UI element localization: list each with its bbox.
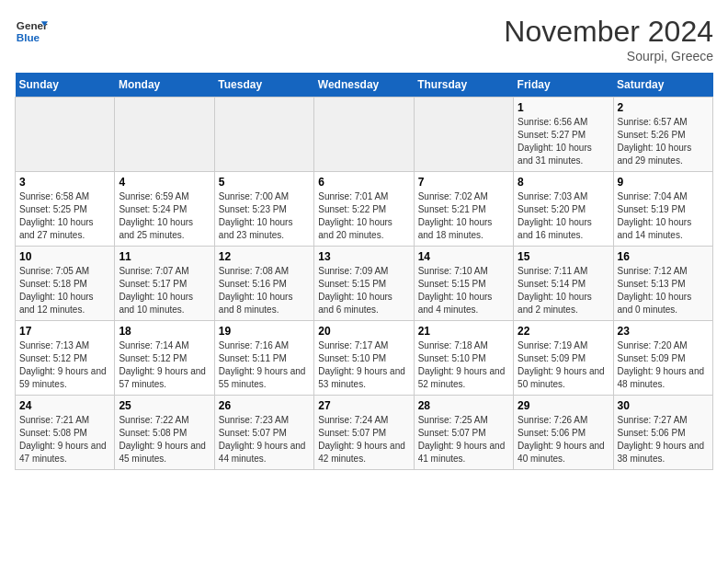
day-number: 9 — [618, 176, 709, 189]
weekday-header-saturday: Saturday — [613, 73, 712, 98]
weekday-header-monday: Monday — [115, 73, 214, 98]
calendar-day-cell: 19Sunrise: 7:16 AM Sunset: 5:11 PM Dayli… — [214, 321, 313, 396]
calendar-day-cell: 22Sunrise: 7:19 AM Sunset: 5:09 PM Dayli… — [514, 321, 613, 396]
calendar-week-row: 17Sunrise: 7:13 AM Sunset: 5:12 PM Dayli… — [16, 321, 713, 396]
day-number: 12 — [219, 250, 310, 263]
day-number: 27 — [318, 399, 409, 412]
calendar-day-cell: 2Sunrise: 6:57 AM Sunset: 5:26 PM Daylig… — [613, 98, 712, 172]
calendar-day-cell: 27Sunrise: 7:24 AM Sunset: 5:07 PM Dayli… — [314, 396, 414, 470]
day-info: Sunrise: 7:01 AM Sunset: 5:22 PM Dayligh… — [318, 190, 409, 242]
calendar-day-cell: 23Sunrise: 7:20 AM Sunset: 5:09 PM Dayli… — [613, 321, 712, 396]
calendar-day-cell — [414, 98, 513, 172]
day-info: Sunrise: 7:09 AM Sunset: 5:15 PM Dayligh… — [318, 265, 409, 316]
calendar-day-cell — [214, 98, 313, 172]
day-info: Sunrise: 7:11 AM Sunset: 5:14 PM Dayligh… — [518, 265, 609, 316]
day-info: Sunrise: 7:12 AM Sunset: 5:13 PM Dayligh… — [618, 265, 709, 316]
weekday-header-row: SundayMondayTuesdayWednesdayThursdayFrid… — [16, 73, 713, 98]
day-number: 1 — [518, 101, 609, 114]
calendar-day-cell: 5Sunrise: 7:00 AM Sunset: 5:23 PM Daylig… — [214, 172, 313, 247]
calendar-day-cell: 29Sunrise: 7:26 AM Sunset: 5:06 PM Dayli… — [514, 396, 613, 470]
day-info: Sunrise: 7:16 AM Sunset: 5:11 PM Dayligh… — [219, 339, 310, 391]
day-number: 23 — [618, 325, 709, 338]
logo-icon: General Blue — [15, 15, 48, 48]
day-number: 5 — [219, 176, 310, 189]
calendar-day-cell: 8Sunrise: 7:03 AM Sunset: 5:20 PM Daylig… — [514, 172, 613, 247]
day-info: Sunrise: 7:27 AM Sunset: 5:06 PM Dayligh… — [618, 414, 709, 465]
day-info: Sunrise: 7:04 AM Sunset: 5:19 PM Dayligh… — [618, 190, 709, 242]
weekday-header-tuesday: Tuesday — [214, 73, 313, 98]
day-number: 17 — [19, 325, 110, 338]
day-info: Sunrise: 6:56 AM Sunset: 5:27 PM Dayligh… — [518, 116, 609, 167]
calendar-day-cell — [16, 98, 115, 172]
calendar-day-cell: 4Sunrise: 6:59 AM Sunset: 5:24 PM Daylig… — [115, 172, 214, 247]
day-info: Sunrise: 6:58 AM Sunset: 5:25 PM Dayligh… — [19, 190, 110, 242]
day-info: Sunrise: 7:13 AM Sunset: 5:12 PM Dayligh… — [19, 339, 110, 391]
calendar-day-cell: 18Sunrise: 7:14 AM Sunset: 5:12 PM Dayli… — [115, 321, 214, 396]
day-info: Sunrise: 7:14 AM Sunset: 5:12 PM Dayligh… — [119, 339, 210, 391]
day-number: 19 — [219, 325, 310, 338]
calendar-week-row: 10Sunrise: 7:05 AM Sunset: 5:18 PM Dayli… — [16, 247, 713, 321]
day-info: Sunrise: 7:25 AM Sunset: 5:07 PM Dayligh… — [418, 414, 509, 465]
calendar-day-cell: 15Sunrise: 7:11 AM Sunset: 5:14 PM Dayli… — [514, 247, 613, 321]
logo: General Blue — [15, 15, 48, 48]
day-number: 11 — [119, 250, 210, 263]
day-number: 28 — [418, 399, 509, 412]
day-info: Sunrise: 7:18 AM Sunset: 5:10 PM Dayligh… — [418, 339, 509, 391]
calendar-day-cell: 16Sunrise: 7:12 AM Sunset: 5:13 PM Dayli… — [613, 247, 712, 321]
day-number: 15 — [518, 250, 609, 263]
day-number: 3 — [19, 176, 110, 189]
day-number: 14 — [418, 250, 509, 263]
day-number: 22 — [518, 325, 609, 338]
day-info: Sunrise: 6:57 AM Sunset: 5:26 PM Dayligh… — [618, 116, 709, 167]
title-block: November 2024 Sourpi, Greece — [504, 15, 713, 63]
calendar-day-cell: 24Sunrise: 7:21 AM Sunset: 5:08 PM Dayli… — [16, 396, 115, 470]
calendar-day-cell: 26Sunrise: 7:23 AM Sunset: 5:07 PM Dayli… — [214, 396, 313, 470]
calendar-day-cell: 13Sunrise: 7:09 AM Sunset: 5:15 PM Dayli… — [314, 247, 414, 321]
calendar-week-row: 1Sunrise: 6:56 AM Sunset: 5:27 PM Daylig… — [16, 98, 713, 172]
day-number: 4 — [119, 176, 210, 189]
weekday-header-sunday: Sunday — [16, 73, 115, 98]
calendar-day-cell: 17Sunrise: 7:13 AM Sunset: 5:12 PM Dayli… — [16, 321, 115, 396]
day-number: 2 — [618, 101, 709, 114]
calendar-day-cell: 7Sunrise: 7:02 AM Sunset: 5:21 PM Daylig… — [414, 172, 513, 247]
day-info: Sunrise: 7:00 AM Sunset: 5:23 PM Dayligh… — [219, 190, 310, 242]
day-number: 21 — [418, 325, 509, 338]
day-number: 25 — [119, 399, 210, 412]
calendar-day-cell: 11Sunrise: 7:07 AM Sunset: 5:17 PM Dayli… — [115, 247, 214, 321]
calendar-day-cell — [314, 98, 414, 172]
calendar-week-row: 24Sunrise: 7:21 AM Sunset: 5:08 PM Dayli… — [16, 396, 713, 470]
day-info: Sunrise: 7:26 AM Sunset: 5:06 PM Dayligh… — [518, 414, 609, 465]
month-title: November 2024 — [504, 15, 713, 49]
day-info: Sunrise: 7:03 AM Sunset: 5:20 PM Dayligh… — [518, 190, 609, 242]
calendar-day-cell: 6Sunrise: 7:01 AM Sunset: 5:22 PM Daylig… — [314, 172, 414, 247]
day-info: Sunrise: 7:19 AM Sunset: 5:09 PM Dayligh… — [518, 339, 609, 391]
calendar-day-cell: 10Sunrise: 7:05 AM Sunset: 5:18 PM Dayli… — [16, 247, 115, 321]
day-info: Sunrise: 7:07 AM Sunset: 5:17 PM Dayligh… — [119, 265, 210, 316]
calendar-week-row: 3Sunrise: 6:58 AM Sunset: 5:25 PM Daylig… — [16, 172, 713, 247]
day-info: Sunrise: 7:10 AM Sunset: 5:15 PM Dayligh… — [418, 265, 509, 316]
day-info: Sunrise: 7:17 AM Sunset: 5:10 PM Dayligh… — [318, 339, 409, 391]
calendar-day-cell: 21Sunrise: 7:18 AM Sunset: 5:10 PM Dayli… — [414, 321, 513, 396]
location-subtitle: Sourpi, Greece — [504, 49, 713, 63]
day-number: 26 — [219, 399, 310, 412]
day-number: 18 — [119, 325, 210, 338]
day-info: Sunrise: 6:59 AM Sunset: 5:24 PM Dayligh… — [119, 190, 210, 242]
day-number: 6 — [318, 176, 409, 189]
calendar-day-cell: 30Sunrise: 7:27 AM Sunset: 5:06 PM Dayli… — [613, 396, 712, 470]
calendar-table: SundayMondayTuesdayWednesdayThursdayFrid… — [15, 73, 713, 470]
day-info: Sunrise: 7:05 AM Sunset: 5:18 PM Dayligh… — [19, 265, 110, 316]
calendar-day-cell: 1Sunrise: 6:56 AM Sunset: 5:27 PM Daylig… — [514, 98, 613, 172]
page-header: General Blue November 2024 Sourpi, Greec… — [15, 15, 713, 63]
day-number: 8 — [518, 176, 609, 189]
svg-text:Blue: Blue — [17, 31, 40, 43]
day-info: Sunrise: 7:21 AM Sunset: 5:08 PM Dayligh… — [19, 414, 110, 465]
day-info: Sunrise: 7:08 AM Sunset: 5:16 PM Dayligh… — [219, 265, 310, 316]
calendar-day-cell: 20Sunrise: 7:17 AM Sunset: 5:10 PM Dayli… — [314, 321, 414, 396]
day-number: 30 — [618, 399, 709, 412]
day-number: 10 — [19, 250, 110, 263]
weekday-header-friday: Friday — [514, 73, 613, 98]
calendar-day-cell: 25Sunrise: 7:22 AM Sunset: 5:08 PM Dayli… — [115, 396, 214, 470]
day-number: 24 — [19, 399, 110, 412]
day-number: 16 — [618, 250, 709, 263]
calendar-day-cell: 9Sunrise: 7:04 AM Sunset: 5:19 PM Daylig… — [613, 172, 712, 247]
